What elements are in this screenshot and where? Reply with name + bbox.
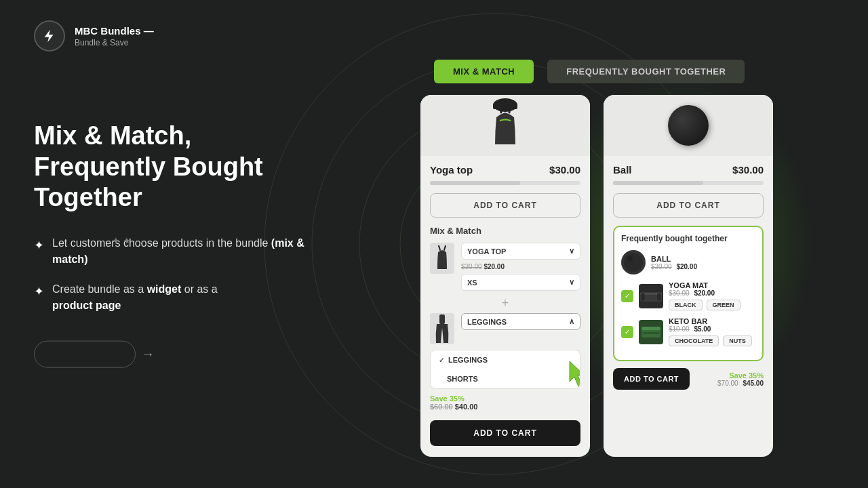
fbt-section-title: Frequently bought together (621, 234, 755, 243)
save-row: Save 35% $60.00 $40.00 (420, 394, 590, 411)
sparkle-icon-2: ✦ (34, 282, 44, 300)
yoga-top-size-dropdown[interactable]: XS ∨ (461, 274, 580, 291)
fbt-yoga-mat-name: YOGA MAT (669, 281, 755, 289)
brand-name: MBC Bundles — (75, 24, 154, 38)
fbt-yoga-mat-check[interactable]: ✓ (621, 290, 633, 302)
yoga-top-price-row: $30.00 $20.00 (461, 263, 580, 270)
fbt-tag-nuts[interactable]: NUTS (723, 336, 752, 346)
fbt-keto-bar-variants: CHOCOLATE NUTS (669, 336, 755, 346)
mix-match-header-row: Yoga top $30.00 (430, 164, 580, 176)
main-title: Mix & Match, Frequently Bought Together (34, 121, 319, 214)
bundle-item-yoga-top: YOGA TOP ∨ $30.00 $20.00 XS ∨ (420, 243, 590, 291)
plus-divider: + (420, 296, 590, 310)
logo-circle (34, 20, 65, 52)
leggings-option[interactable]: LEGGINGS (431, 350, 580, 369)
chevron-up-icon: ∧ (569, 317, 574, 326)
fbt-yoga-mat-info: YOGA MAT $30.00 $20.00 BLACK GREEN (669, 281, 755, 310)
leggings-dropdown-menu: LEGGINGS SHORTS (430, 350, 580, 389)
fbt-item-yoga-mat: ✓ YOGA MAT $30.00 $20.00 (621, 281, 755, 310)
svg-rect-15 (642, 327, 660, 330)
yoga-top-price: $30.00 (549, 164, 580, 176)
svg-rect-16 (643, 332, 659, 334)
fbt-tag-black[interactable]: BLACK (669, 300, 703, 310)
ball-image-area (604, 95, 773, 156)
fbt-ball-prices: $30.00 $20.00 (651, 263, 755, 270)
ball-progress (613, 181, 764, 185)
fbt-card-body: Ball $30.00 (604, 156, 773, 185)
total-price-row: $60.00 $40.00 (430, 403, 580, 411)
brand-tagline: Bundle & Save (75, 38, 154, 47)
fbt-section: Frequently bought together BALL $30.00 $… (613, 226, 764, 361)
ball-img (668, 105, 709, 146)
chevron-down-icon-size: ∨ (569, 278, 574, 287)
svg-rect-7 (439, 314, 445, 324)
feature-text-2: Create bundle as a widget or as aproduct… (52, 281, 218, 313)
fbt-yoga-mat-prices: $30.00 $20.00 (669, 289, 755, 297)
fbt-save-pct: Save 35% (717, 371, 764, 380)
fbt-card: Ball $30.00 ADD TO CART Frequently bough… (604, 95, 773, 457)
yoga-top-progress-fill (430, 181, 520, 185)
feature-item-1: ✦ Let customers choose products in the b… (34, 235, 319, 267)
feature-text-1: Let customers choose products in the bun… (52, 235, 319, 267)
fbt-ball-img (621, 250, 646, 274)
mix-match-card: Yoga top $30.00 ADD TO CART Mix & Match … (420, 95, 590, 457)
ball-progress-fill (613, 181, 703, 185)
fbt-save-info: Save 35% $70.00 $45.00 (717, 371, 764, 387)
bundle-yoga-top-img (430, 243, 454, 274)
fbt-tag-chocolate[interactable]: CHOCOLATE (669, 336, 719, 346)
leggings-dropdown[interactable]: LEGGINGS ∧ (461, 313, 580, 330)
bottom-arrow: → (34, 340, 319, 367)
left-content: Mix & Match, Frequently Bought Together … (34, 121, 319, 368)
feature-list: ✦ Let customers choose products in the b… (34, 235, 319, 313)
bundle-leggings-img (430, 313, 454, 344)
tab-mix-match[interactable]: MIX & MATCH (434, 60, 534, 83)
svg-point-9 (627, 256, 633, 262)
fbt-ball-name: BALL (651, 255, 755, 263)
logo-text-block: MBC Bundles — Bundle & Save (75, 24, 154, 47)
sparkle-icon-1: ✦ (34, 236, 44, 254)
svg-point-8 (624, 253, 643, 272)
yoga-top-add-cart-outline[interactable]: ADD TO CART (430, 193, 580, 218)
cards-container: Yoga top $30.00 ADD TO CART Mix & Match … (420, 95, 773, 457)
svg-point-12 (641, 293, 645, 301)
feature-item-2: ✦ Create bundle as a widget or as aprodu… (34, 281, 319, 313)
yoga-top-name: Yoga top (430, 164, 473, 176)
fbt-yoga-mat-variants: BLACK GREEN (669, 300, 755, 310)
fbt-add-cart-button[interactable]: ADD TO CART (613, 368, 690, 390)
yoga-top-progress (430, 181, 580, 185)
ball-name: Ball (613, 164, 632, 176)
fbt-ball-info: BALL $30.00 $20.00 (651, 255, 755, 270)
arrow-pill (34, 340, 136, 367)
bundle-leggings-dropdowns: LEGGINGS ∧ (461, 313, 580, 330)
fbt-item-ball: BALL $30.00 $20.00 (621, 250, 755, 274)
ball-add-cart-outline[interactable]: ADD TO CART (613, 193, 764, 218)
fbt-header-row: Ball $30.00 (613, 164, 764, 176)
bundle-yoga-dropdowns: YOGA TOP ∨ $30.00 $20.00 XS ∨ (461, 243, 580, 291)
shorts-option[interactable]: SHORTS (431, 369, 580, 388)
yoga-top-svg (481, 97, 529, 155)
bundle-item-leggings: LEGGINGS ∧ (420, 313, 590, 344)
fbt-item-keto-bar: ✓ KETO BAR $10.00 $5.00 CHOCOLATE (621, 317, 755, 346)
fbt-tag-green[interactable]: GREEN (707, 300, 741, 310)
arrow-icon: → (141, 346, 155, 362)
cursor-arrow-svg (559, 358, 580, 388)
svg-point-13 (657, 293, 661, 301)
fbt-keto-bar-check[interactable]: ✓ (621, 326, 633, 338)
tab-fbt[interactable]: FREQUENTLY BOUGHT TOGETHER (547, 60, 745, 83)
yoga-top-dropdown[interactable]: YOGA TOP ∨ (461, 243, 580, 260)
mix-match-card-body: Yoga top $30.00 (420, 156, 590, 185)
tabs-row: MIX & MATCH FREQUENTLY BOUGHT TOGETHER (434, 60, 745, 83)
fbt-keto-bar-prices: $10.00 $5.00 (669, 325, 755, 333)
header: MBC Bundles — Bundle & Save (34, 20, 154, 52)
ball-price: $30.00 (732, 164, 764, 176)
fbt-keto-bar-name: KETO BAR (669, 317, 755, 325)
fbt-keto-bar-img (639, 320, 663, 344)
chevron-down-icon: ∨ (569, 247, 574, 256)
mix-match-section-label: Mix & Match (420, 226, 590, 236)
yoga-top-image-area (420, 95, 590, 156)
fbt-bottom: ADD TO CART Save 35% $70.00 $45.00 (604, 368, 773, 390)
save-label: Save 35% (430, 394, 580, 403)
fbt-total-prices: $70.00 $45.00 (717, 380, 764, 387)
mix-match-add-cart-filled[interactable]: ADD TO CART (430, 420, 580, 446)
svg-rect-6 (493, 104, 517, 109)
